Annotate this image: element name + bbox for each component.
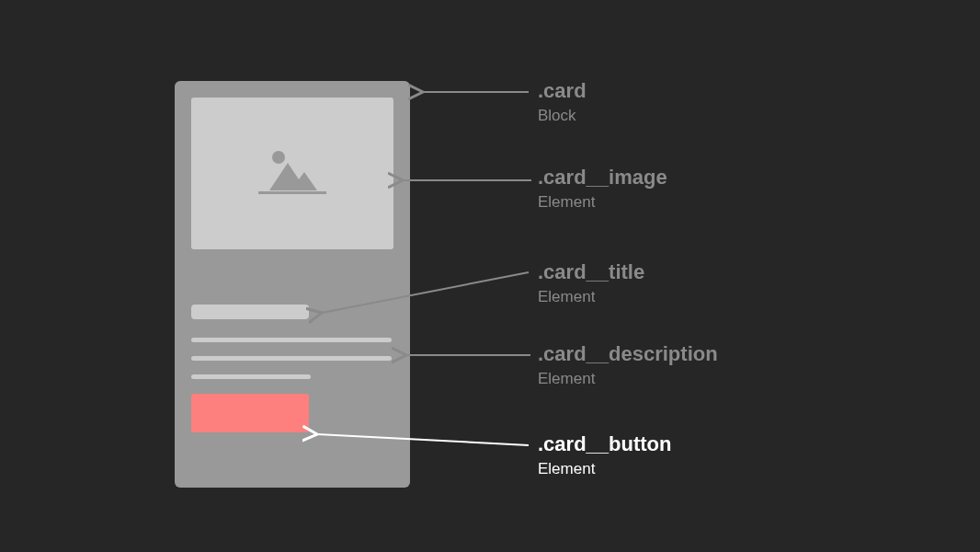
desc-line [191,338,392,342]
svg-marker-1 [269,163,317,190]
arrow-to-image [393,171,541,190]
card-block [175,81,410,488]
annotation-type: Element [538,193,667,212]
arrow-to-card [414,83,533,110]
annotation-type: Element [538,370,718,388]
annotation-type: Block [538,107,587,125]
desc-line [191,374,311,379]
annotation-description: .card__description Element [538,342,718,388]
svg-point-0 [272,151,285,164]
card-image-element [191,98,393,249]
card-title-element [191,305,309,319]
image-placeholder-icon [251,146,334,201]
annotation-image: .card__image Element [538,166,667,212]
annotation-class-name: .card [538,79,587,103]
annotation-button: .card__button Element [538,432,671,478]
arrow-to-description [397,346,540,364]
annotation-class-name: .card__title [538,260,644,284]
annotation-card: .card Block [538,79,587,125]
annotation-class-name: .card__button [538,432,671,456]
annotation-type: Element [538,288,644,306]
annotation-class-name: .card__description [538,342,718,366]
svg-rect-2 [258,191,326,194]
annotation-title: .card__title Element [538,260,644,306]
desc-line [191,356,392,361]
card-button-element [191,394,309,432]
annotation-class-name: .card__image [538,166,667,190]
annotation-type: Element [538,460,671,478]
card-description-element [191,338,393,379]
